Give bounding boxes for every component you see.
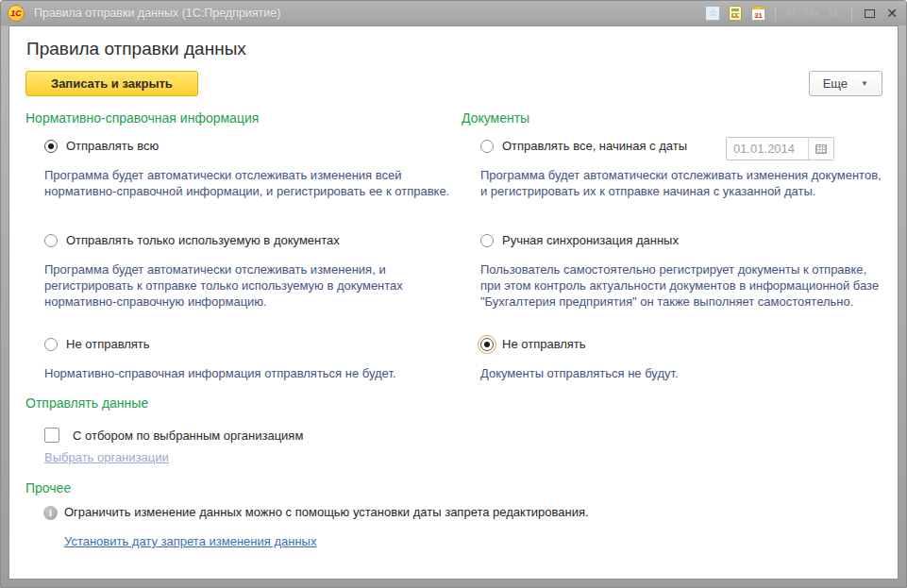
docs-send-all-description: Программа будет автоматически отслеживат… bbox=[462, 167, 882, 233]
nsi-send-used-description: Программа будет автоматически отслеживат… bbox=[25, 261, 462, 337]
section-title-other: Прочее bbox=[25, 479, 882, 505]
titlebar-tools: ☆ 31 M M+ M- ✕ bbox=[704, 5, 900, 22]
radio-label: Ручная синхронизация данных bbox=[502, 233, 679, 247]
info-text: Ограничить изменение данных можно с помо… bbox=[64, 505, 589, 519]
start-date-input[interactable] bbox=[727, 138, 808, 160]
docs-do-not-send-description: Документы отправляться не будут. bbox=[462, 365, 882, 392]
memory-m-button: M bbox=[784, 8, 797, 19]
memory-m-plus-button: M+ bbox=[803, 8, 822, 19]
set-restriction-date-link[interactable]: Установить дату запрета изменения данных bbox=[64, 534, 316, 548]
options-grid: Нормативно-справочная информация Докумен… bbox=[25, 108, 882, 392]
radio-icon[interactable] bbox=[44, 140, 58, 153]
checkbox-label: С отбором по выбранным организациям bbox=[73, 428, 303, 443]
section-title-send-data: Отправлять данные bbox=[25, 392, 882, 420]
close-button[interactable]: ✕ bbox=[883, 5, 900, 22]
more-button-label: Еще bbox=[823, 76, 848, 91]
1c-logo-icon[interactable]: 1С bbox=[8, 5, 25, 22]
form-content: Правила отправки данных Записать и закры… bbox=[8, 25, 899, 580]
form-toolbar: Записать и закрыть Еще ▼ bbox=[25, 71, 882, 96]
section-title-nsi: Нормативно-справочная информация bbox=[25, 108, 462, 139]
maximize-button[interactable] bbox=[861, 5, 878, 22]
checkbox-icon[interactable] bbox=[44, 428, 59, 443]
radio-label: Не отправлять bbox=[502, 337, 586, 351]
info-row: i Ограничить изменение данных можно с по… bbox=[25, 505, 882, 534]
date-picker-button[interactable] bbox=[808, 138, 833, 160]
radio-label: Не отправлять bbox=[66, 337, 150, 351]
nsi-option-send-used-only[interactable]: Отправлять только используемую в докумен… bbox=[25, 233, 462, 261]
radio-label: Отправлять все, начиная с даты bbox=[502, 139, 687, 153]
more-button[interactable]: Еще ▼ bbox=[809, 71, 882, 96]
radio-label: Отправлять только используемую в докумен… bbox=[66, 233, 340, 247]
nsi-option-send-all[interactable]: Отправлять всю bbox=[25, 139, 462, 167]
radio-icon[interactable] bbox=[480, 140, 494, 153]
radio-icon[interactable] bbox=[480, 234, 494, 247]
docs-option-do-not-send[interactable]: Не отправлять bbox=[462, 337, 882, 365]
titlebar-separator bbox=[775, 6, 776, 21]
favorites-icon[interactable]: ☆ bbox=[704, 5, 721, 22]
titlebar-separator bbox=[851, 6, 852, 21]
save-and-close-button[interactable]: Записать и закрыть bbox=[25, 71, 198, 96]
radio-icon[interactable] bbox=[480, 338, 494, 351]
calendar-icon[interactable]: 31 bbox=[749, 5, 766, 22]
nsi-send-all-description: Программа будет автоматически отслеживат… bbox=[25, 167, 462, 233]
section-title-documents: Документы bbox=[462, 108, 882, 139]
select-organizations-link[interactable]: Выбрать организации bbox=[44, 450, 169, 464]
docs-option-manual-sync[interactable]: Ручная синхронизация данных bbox=[462, 233, 882, 261]
docs-manual-sync-description: Пользователь самостоятельно регистрирует… bbox=[462, 261, 882, 337]
calculator-icon[interactable] bbox=[727, 5, 744, 22]
nsi-option-do-not-send[interactable]: Не отправлять bbox=[25, 337, 462, 365]
filter-by-org-option[interactable]: С отбором по выбранным организациям bbox=[25, 420, 882, 450]
start-date-field bbox=[726, 137, 834, 160]
maximize-icon bbox=[865, 9, 875, 18]
radio-icon[interactable] bbox=[44, 338, 58, 351]
calendar-picker-icon bbox=[815, 144, 827, 154]
page-title: Правила отправки данных bbox=[26, 39, 882, 59]
memory-m-minus-button: M- bbox=[827, 8, 843, 19]
radio-label: Отправлять всю bbox=[66, 139, 159, 153]
chevron-down-icon: ▼ bbox=[861, 79, 868, 88]
titlebar: 1С Правила отправки данных (1С:Предприят… bbox=[1, 1, 906, 25]
info-icon: i bbox=[43, 506, 58, 520]
app-window: 1С Правила отправки данных (1С:Предприят… bbox=[0, 0, 907, 588]
window-title: Правила отправки данных (1С:Предприятие) bbox=[34, 7, 704, 20]
radio-icon[interactable] bbox=[44, 234, 58, 247]
nsi-do-not-send-description: Нормативно-справочная информация отправл… bbox=[25, 365, 462, 392]
docs-option-send-all-from-date[interactable]: Отправлять все, начиная с даты bbox=[462, 139, 882, 167]
